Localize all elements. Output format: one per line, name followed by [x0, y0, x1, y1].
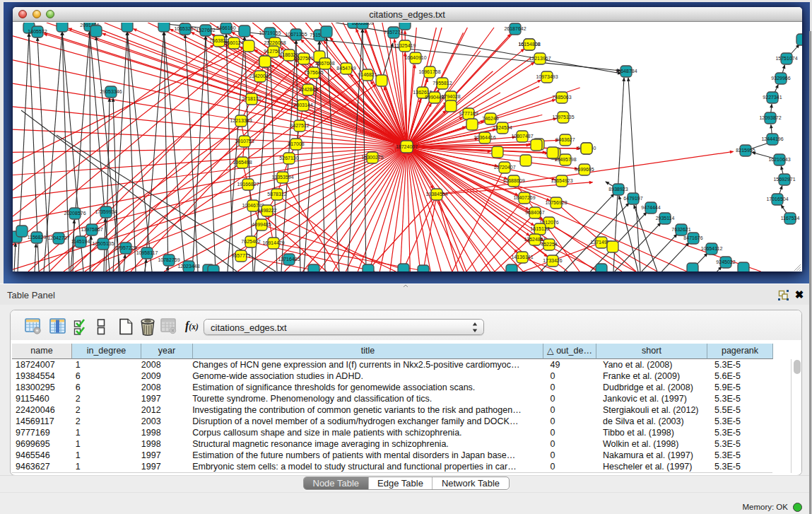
svg-text:12023448: 12023448	[177, 264, 199, 269]
svg-text:10807487: 10807487	[511, 134, 533, 139]
svg-text:10719155: 10719155	[259, 30, 281, 35]
svg-text:13524851: 13524851	[524, 237, 546, 242]
svg-text:16914479: 16914479	[262, 240, 284, 245]
svg-text:1405572: 1405572	[28, 29, 47, 34]
svg-text:13716485: 13716485	[278, 257, 300, 262]
svg-text:1156829: 1156829	[27, 235, 46, 240]
svg-text:16961758: 16961758	[418, 69, 440, 74]
svg-text:9329966: 9329966	[771, 76, 790, 81]
svg-text:17957225: 17957225	[114, 245, 136, 250]
svg-text:18407269: 18407269	[513, 195, 535, 200]
svg-text:9777169: 9777169	[459, 111, 478, 116]
svg-text:5267130: 5267130	[279, 156, 298, 160]
svg-text:13975135: 13975135	[552, 115, 574, 119]
svg-text:7632621: 7632621	[671, 227, 690, 232]
svg-text:13353594: 13353594	[271, 175, 293, 180]
svg-text:5878312: 5878312	[267, 192, 286, 197]
svg-text:9474444: 9474444	[641, 205, 660, 210]
svg-text:2935114: 2935114	[655, 216, 674, 221]
svg-text:6466160: 6466160	[216, 25, 235, 30]
svg-text:9245032: 9245032	[716, 259, 735, 264]
svg-text:452254: 452254	[541, 242, 557, 247]
svg-text:9227341: 9227341	[763, 95, 782, 100]
svg-text:10973493: 10973493	[536, 74, 558, 79]
svg-text:12444196: 12444196	[761, 136, 783, 141]
svg-text:6479197: 6479197	[623, 196, 642, 201]
svg-text:23420046: 23420046	[249, 74, 271, 78]
svg-text:10756928: 10756928	[545, 200, 567, 205]
svg-text:7485063: 7485063	[552, 95, 571, 100]
svg-text:11325419: 11325419	[394, 43, 416, 48]
svg-text:10688609: 10688609	[502, 178, 524, 183]
svg-text:19384554: 19384554	[425, 192, 447, 197]
svg-text:20208576: 20208576	[64, 211, 86, 216]
svg-text:17016504: 17016504	[766, 197, 788, 201]
svg-text:9657771: 9657771	[231, 253, 250, 258]
svg-text:1145194: 1145194	[71, 239, 90, 244]
svg-text:6794028: 6794028	[441, 94, 460, 99]
svg-text:8427512: 8427512	[290, 123, 309, 128]
svg-text:13654923: 13654923	[551, 178, 572, 183]
svg-text:1615132: 1615132	[530, 226, 549, 231]
svg-text:9242848: 9242848	[298, 87, 317, 92]
svg-text:15300275: 15300275	[361, 155, 383, 160]
svg-text:19166827: 19166827	[237, 182, 259, 187]
svg-text:16648784: 16648784	[615, 69, 637, 74]
svg-text:16053809: 16053809	[351, 23, 373, 25]
svg-text:1527602: 1527602	[196, 28, 215, 33]
svg-text:9146821: 9146821	[358, 72, 377, 77]
svg-text:10782759: 10782759	[158, 257, 180, 262]
svg-text:8215955: 8215955	[736, 148, 755, 153]
svg-text:13495798: 13495798	[554, 157, 576, 162]
svg-text:1010753: 1010753	[235, 139, 254, 144]
svg-text:12042737: 12042737	[47, 235, 69, 240]
svg-text:12093872: 12093872	[759, 115, 781, 120]
svg-text:2718170: 2718170	[242, 96, 261, 101]
svg-text:13975867: 13975867	[81, 227, 102, 232]
svg-text:2803144: 2803144	[293, 103, 312, 107]
svg-text:1733426: 1733426	[543, 258, 562, 263]
svg-text:817008: 817008	[288, 141, 304, 146]
svg-text:8471676: 8471676	[683, 235, 702, 240]
svg-text:2867608: 2867608	[315, 61, 334, 66]
svg-text:9684067: 9684067	[525, 210, 544, 215]
svg-text:16210643: 16210643	[768, 157, 790, 162]
svg-text:10046788: 10046788	[242, 203, 264, 208]
svg-text:7357274: 7357274	[384, 30, 403, 35]
svg-text:14136141: 14136141	[511, 255, 533, 259]
svg-text:26187642: 26187642	[504, 26, 526, 31]
svg-text:1824534: 1824534	[493, 125, 512, 130]
svg-text:12213967: 12213967	[529, 56, 551, 61]
svg-text:15692971: 15692971	[773, 177, 795, 182]
svg-text:18724007: 18724007	[395, 144, 417, 149]
svg-text:1065498: 1065498	[233, 160, 252, 165]
svg-text:15751074: 15751074	[775, 56, 797, 61]
svg-text:7625402: 7625402	[241, 239, 260, 244]
svg-text:16154808: 16154808	[518, 42, 540, 47]
svg-text:12213363: 12213363	[230, 118, 252, 123]
svg-text:8660124: 8660124	[224, 40, 243, 45]
svg-text:29053346: 29053346	[100, 89, 122, 94]
svg-text:9527501: 9527501	[294, 56, 313, 61]
svg-text:9498222: 9498222	[257, 208, 276, 213]
svg-text:10654112: 10654112	[700, 246, 722, 251]
svg-text:7955812: 7955812	[433, 81, 452, 86]
svg-text:20364416: 20364416	[473, 135, 495, 140]
svg-text:8454749: 8454749	[336, 66, 355, 71]
svg-text:17359934: 17359934	[95, 209, 117, 214]
svg-text:16640910: 16640910	[404, 55, 426, 60]
svg-text:9699695: 9699695	[575, 167, 594, 172]
svg-text:10720407: 10720407	[493, 165, 515, 170]
svg-text:10958117: 10958117	[136, 250, 158, 255]
svg-text:23226058: 23226058	[264, 40, 286, 45]
svg-text:4099485: 4099485	[252, 222, 271, 227]
svg-text:10671355: 10671355	[285, 32, 307, 37]
svg-text:1167534: 1167534	[780, 216, 799, 221]
svg-text:8938923: 8938923	[608, 187, 628, 192]
svg-text:7575645: 7575645	[304, 70, 323, 75]
svg-text:9463627: 9463627	[555, 137, 575, 142]
svg-text:12505135: 12505135	[92, 241, 114, 246]
svg-text:10653267: 10653267	[174, 26, 196, 31]
svg-text:746246: 746246	[482, 116, 498, 121]
